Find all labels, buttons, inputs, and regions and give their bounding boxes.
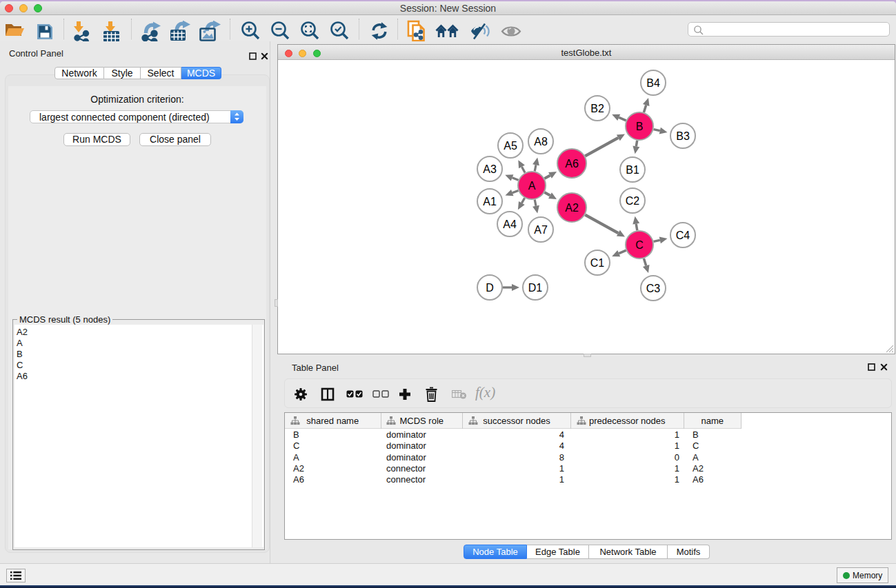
svg-text:A6: A6 <box>565 158 579 170</box>
svg-text:B: B <box>636 121 644 132</box>
svg-text:C4: C4 <box>676 230 690 241</box>
svg-text:A2: A2 <box>565 202 579 214</box>
svg-text:C1: C1 <box>590 257 605 269</box>
svg-text:B1: B1 <box>626 164 639 176</box>
svg-text:A: A <box>528 180 536 192</box>
svg-text:A3: A3 <box>483 163 497 175</box>
svg-text:A4: A4 <box>503 219 517 230</box>
svg-text:C2: C2 <box>626 195 640 207</box>
svg-text:D1: D1 <box>528 282 543 294</box>
svg-text:B4: B4 <box>646 77 660 89</box>
svg-text:C: C <box>635 239 644 251</box>
svg-text:B3: B3 <box>676 130 690 142</box>
svg-text:A1: A1 <box>483 196 497 207</box>
svg-text:A7: A7 <box>534 224 548 236</box>
svg-text:B2: B2 <box>590 103 604 114</box>
svg-text:A5: A5 <box>504 140 517 152</box>
svg-text:D: D <box>486 282 494 294</box>
svg-text:C3: C3 <box>646 283 661 294</box>
svg-text:A8: A8 <box>534 136 548 148</box>
